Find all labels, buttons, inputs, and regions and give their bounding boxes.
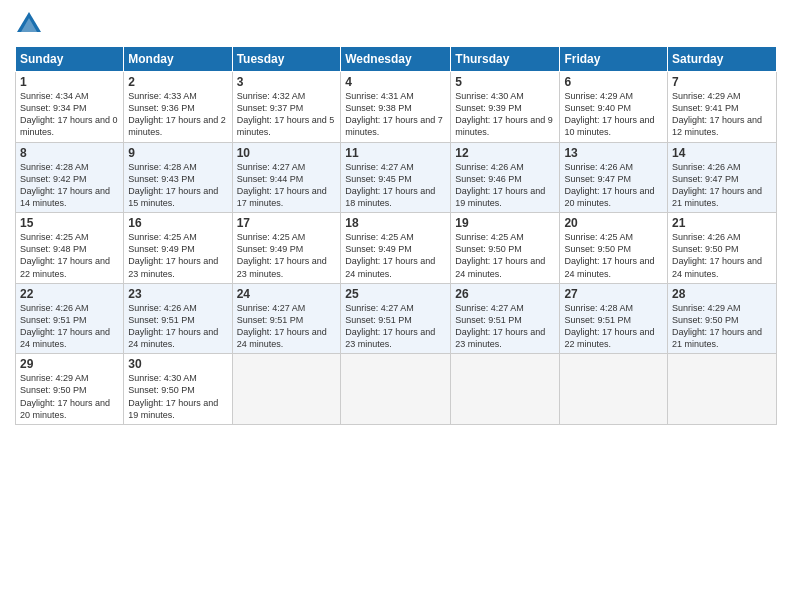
day-number: 17 <box>237 216 337 230</box>
calendar-cell: 8Sunrise: 4:28 AMSunset: 9:42 PMDaylight… <box>16 142 124 213</box>
calendar-cell: 11Sunrise: 4:27 AMSunset: 9:45 PMDayligh… <box>341 142 451 213</box>
day-info: Sunrise: 4:28 AMSunset: 9:51 PMDaylight:… <box>564 302 663 351</box>
day-info: Sunrise: 4:34 AMSunset: 9:34 PMDaylight:… <box>20 90 119 139</box>
day-info: Sunrise: 4:26 AMSunset: 9:50 PMDaylight:… <box>672 231 772 280</box>
calendar-cell: 13Sunrise: 4:26 AMSunset: 9:47 PMDayligh… <box>560 142 668 213</box>
calendar-cell: 5Sunrise: 4:30 AMSunset: 9:39 PMDaylight… <box>451 72 560 143</box>
calendar-cell <box>668 354 777 425</box>
day-number: 25 <box>345 287 446 301</box>
day-number: 3 <box>237 75 337 89</box>
calendar-header-row: SundayMondayTuesdayWednesdayThursdayFrid… <box>16 47 777 72</box>
calendar-day-header: Friday <box>560 47 668 72</box>
logo <box>15 10 47 38</box>
calendar: SundayMondayTuesdayWednesdayThursdayFrid… <box>15 46 777 425</box>
day-info: Sunrise: 4:25 AMSunset: 9:48 PMDaylight:… <box>20 231 119 280</box>
calendar-cell: 22Sunrise: 4:26 AMSunset: 9:51 PMDayligh… <box>16 283 124 354</box>
calendar-cell: 12Sunrise: 4:26 AMSunset: 9:46 PMDayligh… <box>451 142 560 213</box>
day-number: 5 <box>455 75 555 89</box>
calendar-day-header: Wednesday <box>341 47 451 72</box>
day-info: Sunrise: 4:27 AMSunset: 9:45 PMDaylight:… <box>345 161 446 210</box>
calendar-cell: 24Sunrise: 4:27 AMSunset: 9:51 PMDayligh… <box>232 283 341 354</box>
calendar-cell: 30Sunrise: 4:30 AMSunset: 9:50 PMDayligh… <box>124 354 232 425</box>
calendar-day-header: Monday <box>124 47 232 72</box>
day-info: Sunrise: 4:26 AMSunset: 9:47 PMDaylight:… <box>564 161 663 210</box>
calendar-cell: 1Sunrise: 4:34 AMSunset: 9:34 PMDaylight… <box>16 72 124 143</box>
calendar-cell <box>232 354 341 425</box>
day-info: Sunrise: 4:30 AMSunset: 9:50 PMDaylight:… <box>128 372 227 421</box>
day-number: 12 <box>455 146 555 160</box>
day-number: 10 <box>237 146 337 160</box>
day-number: 14 <box>672 146 772 160</box>
calendar-day-header: Thursday <box>451 47 560 72</box>
calendar-cell: 16Sunrise: 4:25 AMSunset: 9:49 PMDayligh… <box>124 213 232 284</box>
day-info: Sunrise: 4:25 AMSunset: 9:49 PMDaylight:… <box>237 231 337 280</box>
calendar-cell: 4Sunrise: 4:31 AMSunset: 9:38 PMDaylight… <box>341 72 451 143</box>
calendar-cell: 2Sunrise: 4:33 AMSunset: 9:36 PMDaylight… <box>124 72 232 143</box>
day-number: 29 <box>20 357 119 371</box>
day-number: 8 <box>20 146 119 160</box>
calendar-cell: 3Sunrise: 4:32 AMSunset: 9:37 PMDaylight… <box>232 72 341 143</box>
day-info: Sunrise: 4:25 AMSunset: 9:49 PMDaylight:… <box>345 231 446 280</box>
header <box>15 10 777 38</box>
day-number: 11 <box>345 146 446 160</box>
day-number: 15 <box>20 216 119 230</box>
calendar-week-row: 29Sunrise: 4:29 AMSunset: 9:50 PMDayligh… <box>16 354 777 425</box>
day-info: Sunrise: 4:25 AMSunset: 9:49 PMDaylight:… <box>128 231 227 280</box>
calendar-cell: 27Sunrise: 4:28 AMSunset: 9:51 PMDayligh… <box>560 283 668 354</box>
day-number: 16 <box>128 216 227 230</box>
day-info: Sunrise: 4:29 AMSunset: 9:41 PMDaylight:… <box>672 90 772 139</box>
calendar-cell: 18Sunrise: 4:25 AMSunset: 9:49 PMDayligh… <box>341 213 451 284</box>
calendar-cell: 19Sunrise: 4:25 AMSunset: 9:50 PMDayligh… <box>451 213 560 284</box>
calendar-cell: 10Sunrise: 4:27 AMSunset: 9:44 PMDayligh… <box>232 142 341 213</box>
day-info: Sunrise: 4:29 AMSunset: 9:40 PMDaylight:… <box>564 90 663 139</box>
day-info: Sunrise: 4:32 AMSunset: 9:37 PMDaylight:… <box>237 90 337 139</box>
day-info: Sunrise: 4:27 AMSunset: 9:44 PMDaylight:… <box>237 161 337 210</box>
calendar-cell: 9Sunrise: 4:28 AMSunset: 9:43 PMDaylight… <box>124 142 232 213</box>
day-info: Sunrise: 4:27 AMSunset: 9:51 PMDaylight:… <box>237 302 337 351</box>
day-info: Sunrise: 4:28 AMSunset: 9:42 PMDaylight:… <box>20 161 119 210</box>
calendar-cell: 26Sunrise: 4:27 AMSunset: 9:51 PMDayligh… <box>451 283 560 354</box>
day-info: Sunrise: 4:33 AMSunset: 9:36 PMDaylight:… <box>128 90 227 139</box>
calendar-cell: 17Sunrise: 4:25 AMSunset: 9:49 PMDayligh… <box>232 213 341 284</box>
day-number: 7 <box>672 75 772 89</box>
calendar-cell: 6Sunrise: 4:29 AMSunset: 9:40 PMDaylight… <box>560 72 668 143</box>
calendar-cell: 7Sunrise: 4:29 AMSunset: 9:41 PMDaylight… <box>668 72 777 143</box>
day-info: Sunrise: 4:26 AMSunset: 9:51 PMDaylight:… <box>20 302 119 351</box>
day-number: 4 <box>345 75 446 89</box>
day-number: 9 <box>128 146 227 160</box>
day-number: 30 <box>128 357 227 371</box>
calendar-day-header: Saturday <box>668 47 777 72</box>
day-number: 6 <box>564 75 663 89</box>
day-info: Sunrise: 4:27 AMSunset: 9:51 PMDaylight:… <box>345 302 446 351</box>
day-number: 26 <box>455 287 555 301</box>
calendar-cell <box>560 354 668 425</box>
day-info: Sunrise: 4:27 AMSunset: 9:51 PMDaylight:… <box>455 302 555 351</box>
calendar-week-row: 22Sunrise: 4:26 AMSunset: 9:51 PMDayligh… <box>16 283 777 354</box>
calendar-day-header: Tuesday <box>232 47 341 72</box>
calendar-cell: 15Sunrise: 4:25 AMSunset: 9:48 PMDayligh… <box>16 213 124 284</box>
day-info: Sunrise: 4:29 AMSunset: 9:50 PMDaylight:… <box>20 372 119 421</box>
calendar-cell: 28Sunrise: 4:29 AMSunset: 9:50 PMDayligh… <box>668 283 777 354</box>
calendar-day-header: Sunday <box>16 47 124 72</box>
day-number: 2 <box>128 75 227 89</box>
calendar-week-row: 1Sunrise: 4:34 AMSunset: 9:34 PMDaylight… <box>16 72 777 143</box>
calendar-cell: 14Sunrise: 4:26 AMSunset: 9:47 PMDayligh… <box>668 142 777 213</box>
day-info: Sunrise: 4:30 AMSunset: 9:39 PMDaylight:… <box>455 90 555 139</box>
day-number: 24 <box>237 287 337 301</box>
day-number: 1 <box>20 75 119 89</box>
day-info: Sunrise: 4:31 AMSunset: 9:38 PMDaylight:… <box>345 90 446 139</box>
page: SundayMondayTuesdayWednesdayThursdayFrid… <box>0 0 792 612</box>
day-info: Sunrise: 4:26 AMSunset: 9:51 PMDaylight:… <box>128 302 227 351</box>
calendar-week-row: 8Sunrise: 4:28 AMSunset: 9:42 PMDaylight… <box>16 142 777 213</box>
day-info: Sunrise: 4:25 AMSunset: 9:50 PMDaylight:… <box>564 231 663 280</box>
calendar-cell <box>451 354 560 425</box>
day-number: 28 <box>672 287 772 301</box>
day-number: 18 <box>345 216 446 230</box>
logo-icon <box>15 10 43 38</box>
day-number: 20 <box>564 216 663 230</box>
day-number: 27 <box>564 287 663 301</box>
calendar-cell: 20Sunrise: 4:25 AMSunset: 9:50 PMDayligh… <box>560 213 668 284</box>
day-number: 23 <box>128 287 227 301</box>
day-info: Sunrise: 4:28 AMSunset: 9:43 PMDaylight:… <box>128 161 227 210</box>
calendar-cell: 29Sunrise: 4:29 AMSunset: 9:50 PMDayligh… <box>16 354 124 425</box>
